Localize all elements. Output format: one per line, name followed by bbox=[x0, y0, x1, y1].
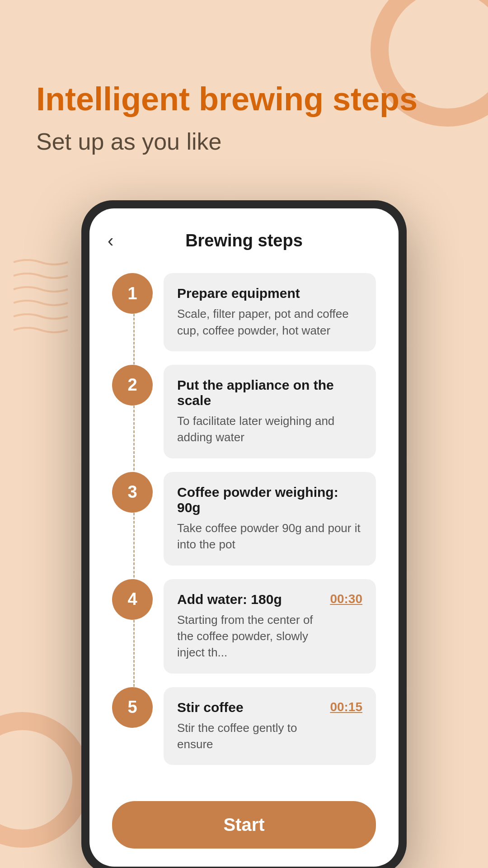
start-button[interactable]: Start bbox=[112, 801, 376, 849]
list-item: 3 Coffee powder weighing: 90g Take coffe… bbox=[112, 472, 376, 566]
step-title-4: Add water: 180g bbox=[177, 592, 323, 607]
header-subtitle: Set up as you like bbox=[36, 128, 452, 155]
step-desc-1: Scale, filter paper, pot and coffee cup,… bbox=[177, 306, 362, 339]
bg-circle-bottom-left bbox=[0, 712, 90, 848]
step-desc-5: Stir the coffee gently to ensure bbox=[177, 720, 323, 753]
step-title-1: Prepare equipment bbox=[177, 286, 362, 301]
step-number-circle-5: 5 bbox=[112, 687, 153, 728]
step-timer-5[interactable]: 00:15 bbox=[330, 700, 362, 714]
app-header: ‹ Brewing steps bbox=[89, 208, 399, 264]
step-number-circle-3: 3 bbox=[112, 472, 153, 513]
back-button[interactable]: ‹ bbox=[108, 231, 113, 251]
step-card-3: Coffee powder weighing: 90g Take coffee … bbox=[164, 472, 376, 566]
list-item: 2 Put the appliance on the scale To faci… bbox=[112, 365, 376, 458]
phone-container: ‹ Brewing steps 1 Prepare equipment Scal… bbox=[81, 200, 407, 868]
step-card-header-5: Stir coffee Stir the coffee gently to en… bbox=[177, 700, 362, 753]
step-desc-3: Take coffee powder 90g and pour it into … bbox=[177, 520, 362, 553]
list-item: 5 Stir coffee Stir the coffee gently to … bbox=[112, 687, 376, 765]
step-number-circle-2: 2 bbox=[112, 365, 153, 406]
header-section: Intelligent brewing steps Set up as you … bbox=[0, 0, 488, 182]
step-card-5: Stir coffee Stir the coffee gently to en… bbox=[164, 687, 376, 765]
step-desc-2: To facilitate later weighing and adding … bbox=[177, 413, 362, 446]
step-desc-4: Starting from the center of the coffee p… bbox=[177, 612, 323, 661]
header-title: Intelligent brewing steps bbox=[36, 81, 452, 117]
steps-list: 1 Prepare equipment Scale, filter paper,… bbox=[89, 264, 399, 792]
step-timer-4[interactable]: 00:30 bbox=[330, 592, 362, 606]
phone-screen: ‹ Brewing steps 1 Prepare equipment Scal… bbox=[89, 208, 399, 867]
start-button-container: Start bbox=[89, 792, 399, 867]
step-card-2: Put the appliance on the scale To facili… bbox=[164, 365, 376, 458]
list-item: 1 Prepare equipment Scale, filter paper,… bbox=[112, 273, 376, 351]
step-number-circle-4: 4 bbox=[112, 579, 153, 620]
step-card-1: Prepare equipment Scale, filter paper, p… bbox=[164, 273, 376, 351]
step-number-circle-1: 1 bbox=[112, 273, 153, 314]
step-title-5: Stir coffee bbox=[177, 700, 323, 715]
phone-mockup: ‹ Brewing steps 1 Prepare equipment Scal… bbox=[81, 200, 407, 868]
step-title-3: Coffee powder weighing: 90g bbox=[177, 485, 362, 515]
list-item: 4 Add water: 180g Starting from the cent… bbox=[112, 579, 376, 674]
step-card-header-4: Add water: 180g Starting from the center… bbox=[177, 592, 362, 661]
step-title-2: Put the appliance on the scale bbox=[177, 377, 362, 408]
wavy-lines-decoration bbox=[9, 253, 81, 344]
app-title: Brewing steps bbox=[185, 231, 303, 250]
step-card-4: Add water: 180g Starting from the center… bbox=[164, 579, 376, 674]
